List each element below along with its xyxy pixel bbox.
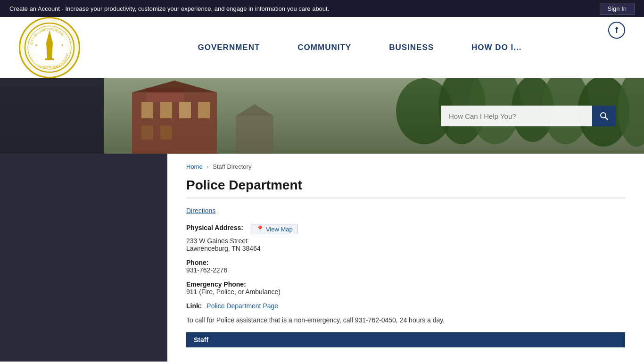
breadcrumb: Home › Staff Directory [186,163,625,170]
nav-item-community[interactable]: COMMUNITY [297,43,351,52]
view-map-button[interactable]: 📍 View Map [247,224,298,234]
content-area: Home › Staff Directory Police Department… [167,154,644,362]
header: ★ ★ CITY OF LAWRENCEBURG LAWRENCEBURG, T… [0,17,644,78]
address-block: 233 W Gaines Street Lawrenceburg, TN 384… [186,237,625,252]
svg-rect-16 [179,102,191,118]
svg-rect-27 [236,116,273,154]
address-row: Physical Address: 📍 View Map [186,224,625,234]
svg-text:★: ★ [35,43,38,47]
top-banner: Create an Account - Increase your produc… [0,0,644,17]
view-map-label: View Map [266,226,293,233]
emergency-phone-section: Emergency Phone: 911 (Fire, Police, or A… [186,280,625,296]
physical-address-section: Physical Address: 📍 View Map 233 W Gaine… [186,224,625,252]
map-pin-icon: 📍 [256,225,264,233]
svg-text:★: ★ [61,43,64,47]
address-line1: 233 W Gaines Street [186,237,625,245]
nav-item-business[interactable]: BUSINESS [389,43,434,52]
address-line2: Lawrenceburg, TN 38464 [186,245,625,252]
hero-section [0,78,644,154]
facebook-icon[interactable]: f [608,22,625,39]
sign-in-button[interactable]: Sign In [600,3,635,15]
logo-area: ★ ★ CITY OF LAWRENCEBURG LAWRENCEBURG, T… [19,17,94,78]
emergency-phone-value: 911 (Fire, Police, or Ambulance) [186,288,625,296]
svg-line-30 [605,117,608,120]
svg-rect-14 [141,102,153,118]
page-title: Police Department [186,178,625,198]
svg-text:Tennessee Seal: Tennessee Seal [39,65,58,68]
svg-rect-15 [160,102,172,118]
nav-item-government[interactable]: GOVERNMENT [198,43,260,52]
svg-rect-17 [198,102,210,118]
svg-rect-10 [0,78,104,154]
link-label: Link: [186,302,202,310]
phone-section: Phone: 931-762-2276 [186,259,625,274]
note-text: To call for Police assistance that is a … [186,316,625,324]
view-map-link[interactable]: 📍 View Map [251,224,298,234]
breadcrumb-current: Staff Directory [213,163,251,170]
physical-address-label: Physical Address: [186,224,243,231]
svg-marker-2 [46,30,53,59]
search-icon [599,111,609,121]
emergency-phone-label: Emergency Phone: [186,280,625,288]
link-section: Link: Police Department Page [186,302,625,310]
svg-rect-19 [160,125,172,140]
staff-table-header: Staff [186,332,625,347]
main-container: Home › Staff Directory Police Department… [0,154,644,362]
phone-value: 931-762-2276 [186,266,625,274]
social-links: f [608,22,625,39]
hero-search [441,106,616,126]
main-nav: GOVERNMENT COMMUNITY BUSINESS HOW DO I..… [94,43,625,52]
search-button[interactable] [592,106,616,126]
directions-link[interactable]: Directions [186,207,215,214]
breadcrumb-separator: › [206,163,208,170]
sidebar [0,154,167,362]
staff-header-label: Staff [194,336,208,344]
search-input[interactable] [441,106,592,126]
nav-item-how-do-i[interactable]: HOW DO I... [471,43,521,52]
phone-label: Phone: [186,259,625,266]
svg-rect-3 [45,58,54,60]
city-seal: ★ ★ CITY OF LAWRENCEBURG LAWRENCEBURG, T… [19,17,80,78]
top-banner-text: Create an Account - Increase your produc… [9,5,600,12]
svg-rect-18 [141,125,153,140]
breadcrumb-home[interactable]: Home [186,163,203,170]
police-dept-link[interactable]: Police Department Page [206,302,278,310]
